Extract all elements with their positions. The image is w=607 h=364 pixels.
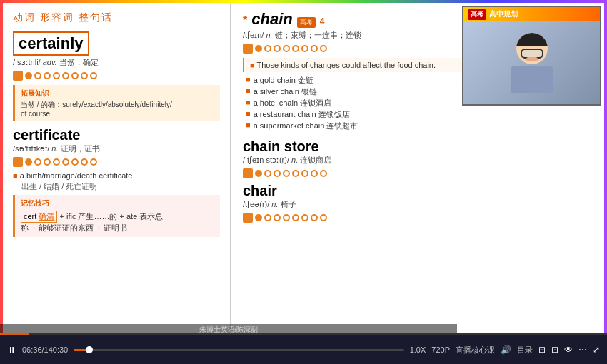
phonetic-chain-store: /ˈtʃeɪn stɔː(r)/ n. 连锁商店 — [243, 155, 593, 166]
subtitle-text: 朱博士英语/陈深副 — [199, 325, 259, 333]
dot-row-certainly — [13, 71, 220, 81]
avatar-body — [511, 66, 553, 93]
more-icon[interactable]: ⋯ — [578, 345, 587, 355]
controls-bar: ⏸ 06:36/140:30 1.0X 720P 直播核心课 🔊 目录 ⊟ ⊡ … — [0, 335, 607, 364]
presenter-area — [463, 21, 600, 104]
speed-button[interactable]: 1.0X — [410, 345, 426, 354]
top-labels: 动词 形容词 整句话 — [13, 11, 220, 24]
screen-icon[interactable]: ⊡ — [551, 345, 558, 355]
star-icon: * — [243, 14, 247, 27]
progress-dot — [86, 346, 93, 353]
bookmark-icon[interactable]: ⊟ — [538, 345, 546, 355]
dot-row-chair — [243, 213, 593, 223]
phonetic-certificate: /səˈtɪfɪkət/ n. 证明，证书 — [13, 143, 220, 154]
chain-store-section: chain store /ˈtʃeɪn stɔː(r)/ n. 连锁商店 — [243, 138, 593, 178]
dot-icon-cert — [13, 157, 23, 167]
chair-section: chair /tʃeə(r)/ n. 椅子 — [243, 183, 593, 223]
memory-box-certificate: 记忆技巧 cert 确清 + ific 产生……的 + ate 表示总称→ 能够… — [13, 195, 220, 237]
quality-button[interactable]: 720P — [431, 345, 450, 354]
time-display: 06:36/140:30 — [22, 345, 68, 354]
phonetic-chair: /tʃeə(r)/ n. 椅子 — [243, 199, 593, 210]
phonetic-certainly: /ˈsɜːtnli/ adv. 当然，确定 — [13, 57, 220, 68]
catalog-button[interactable]: 目录 — [517, 345, 533, 355]
memory-text: cert 确清 + ific 产生……的 + ate 表示总称→ 能够证证的东西… — [21, 211, 214, 233]
live-core-label[interactable]: 直播核心课 — [456, 345, 495, 355]
certificate-section: certificate /səˈtɪfɪkət/ n. 证明，证书 — [13, 127, 220, 237]
main-wrapper: 动词 形容词 整句话 certainly /ˈsɜːtnli/ adv. 当然，… — [0, 0, 607, 335]
list-item: ■ a supermarket chain 连锁超市 — [246, 121, 593, 131]
play-pause-button[interactable]: ⏸ — [7, 345, 16, 355]
left-dictionary-panel: 动词 形容词 整句话 certainly /ˈsɜːtnli/ adv. 当然，… — [3, 3, 231, 333]
fullscreen-icon[interactable]: ⤢ — [593, 345, 600, 355]
knowledge-box-certainly: 拓展知识 当然 / 的确：surely/exactly/absolutely/d… — [13, 85, 220, 121]
avatar-mouth — [526, 57, 538, 61]
dot-icon-chain-store — [243, 168, 253, 178]
video-badge: 高考 — [468, 9, 486, 20]
dot-icon-chair — [243, 213, 253, 223]
volume-icon[interactable]: 🔊 — [501, 345, 511, 355]
progress-bar[interactable] — [74, 349, 403, 351]
video-title: 高中规划 — [489, 9, 518, 19]
video-top-bar: 高考 高中规划 — [463, 7, 600, 21]
avatar-hair — [516, 33, 548, 46]
dot-icon — [13, 71, 23, 81]
dot-row-chain-store — [243, 168, 593, 178]
presenter-avatar — [511, 33, 553, 93]
knowledge-text-certainly: 当然 / 的确：surely/exactly/absolutely/defini… — [21, 100, 214, 118]
example-certificate: ■ a birth/marriage/death certificate — [13, 171, 220, 180]
video-panel: 高考 高中规划 — [462, 6, 601, 106]
avatar-head — [516, 33, 548, 64]
word-certificate: certificate — [13, 127, 220, 143]
word-certainly: certainly — [13, 31, 89, 56]
list-item: ■ a restaurant chain 连锁饭店 — [246, 109, 593, 120]
dot-icon-chain — [243, 44, 253, 54]
content-area: 动词 形容词 整句话 certainly /ˈsɜːtnli/ adv. 当然，… — [3, 3, 604, 333]
dot-row-certificate — [13, 157, 220, 167]
eye-icon[interactable]: 👁 — [564, 345, 573, 355]
example-certificate-cn: 出生 / 结婚 / 死亡证明 — [21, 181, 220, 192]
